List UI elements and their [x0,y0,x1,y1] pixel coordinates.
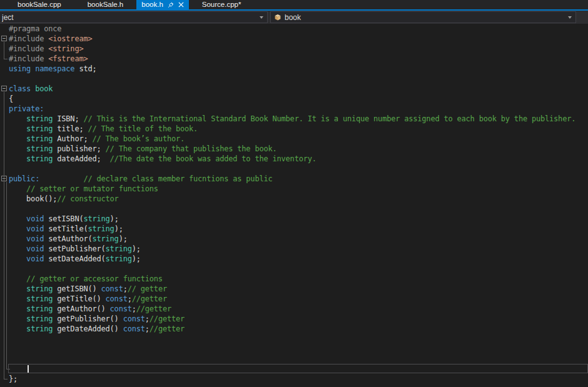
code-token: void [26,214,44,223]
code-token: // setter or mutator functions [26,184,158,193]
code-token: string [26,294,53,303]
code-line-18[interactable]: book();// constructor [0,194,588,204]
code-token: string [26,144,53,153]
code-line-33[interactable] [0,344,588,354]
tab-book-h[interactable]: book.h [136,0,189,9]
chevron-down-icon[interactable] [568,16,572,19]
code-line-25[interactable] [0,264,588,274]
code-token [9,114,26,123]
code-token [9,154,26,163]
code-line-27[interactable]: string getISBN() const;// getter [0,284,588,294]
code-token: // The title of the book. [88,124,198,133]
code-token: getDateAdded() [53,324,123,333]
tab-booksale-h[interactable]: bookSale.h [74,0,137,9]
fold-collapse-box[interactable]: − [1,86,7,91]
code-token: setPublisher( [44,244,105,253]
code-token: ); [114,224,123,233]
code-token: string [26,134,53,143]
code-token: string [26,114,53,123]
code-token: Author; [53,134,92,143]
tab-label: Source.cpp* [202,0,241,9]
code-line-8[interactable]: { [0,94,588,104]
code-line-31[interactable]: string getDateAdded() const;//getter [0,324,588,334]
code-token: // getter [128,284,167,293]
code-line-12[interactable]: string Author; // The book’s author. [0,134,588,144]
code-token [9,234,26,243]
code-line-13[interactable]: string publisher; // The company that pu… [0,144,588,154]
code-line-36[interactable]: }; [0,374,588,384]
code-token: setDateAdded( [44,254,105,263]
code-line-9[interactable]: private: [0,104,588,114]
code-token: setISBN( [44,214,83,223]
code-line-16[interactable]: public: // declare class member fucntion… [0,174,588,184]
tab-booksale-cpp[interactable]: bookSale.cpp [4,0,74,9]
code-token: ); [119,234,128,243]
code-token: ); [110,214,119,223]
code-line-32[interactable] [0,334,588,344]
code-token: const [123,314,145,323]
code-token: // This is the International Standard Bo… [83,114,575,123]
code-line-30[interactable]: string getPublisher() const;//getter [0,314,588,324]
fold-collapse-box[interactable]: − [1,36,7,41]
code-line-4[interactable]: #include <fstream> [0,54,588,64]
code-line-28[interactable]: string getTitle() const;//getter [0,294,588,304]
vs-editor-window: bookSale.cppbookSale.hbook.hSource.cpp* … [0,0,588,387]
code-line-1[interactable]: #pragma once [0,24,588,34]
code-token [9,214,26,223]
code-token: // declare class member fucntions as pub… [83,174,272,183]
code-line-11[interactable]: string title; // The title of the book. [0,124,588,134]
code-token: #include [9,54,48,63]
code-token: private: [9,104,44,113]
current-line-highlight [8,364,588,373]
code-line-5[interactable]: using namespace std; [0,64,588,74]
code-token: const [110,304,132,313]
close-icon[interactable] [178,2,184,8]
code-line-17[interactable]: // setter or mutator functions [0,184,588,194]
code-line-2[interactable]: #include <iostream>− [0,34,588,44]
code-token: // constructor [57,194,118,203]
code-token: <string> [48,44,83,53]
code-line-6[interactable] [0,74,588,84]
code-token: const [123,324,145,333]
code-token [9,284,26,293]
code-line-34[interactable] [0,354,588,364]
code-token: // getter or accessor functions [26,274,163,283]
code-token: string [106,244,132,253]
code-token: string [26,324,53,333]
code-line-21[interactable]: void setTitle(string); [0,224,588,234]
code-token: //getter [150,324,185,333]
code-token: }; [9,374,18,383]
code-token: ISBN; [53,114,83,123]
tab-source-cpp-[interactable]: Source.cpp* [189,0,255,9]
code-line-19[interactable] [0,204,588,214]
code-token: book(); [9,194,57,203]
code-token [9,124,26,133]
chevron-down-icon[interactable] [260,16,263,19]
document-tab-bar: bookSale.cppbookSale.hbook.hSource.cpp* [0,0,588,11]
code-line-7[interactable]: class book− [0,84,588,94]
code-token: //getter [132,294,167,303]
code-line-22[interactable]: void setAuthor(string); [0,234,588,244]
code-line-3[interactable]: #include <string> [0,44,588,54]
code-line-26[interactable]: // getter or accessor functions [0,274,588,284]
code-token: const [101,284,123,293]
fold-guide-tick [4,59,8,59]
code-token: //getter [150,314,185,323]
code-line-20[interactable]: void setISBN(string); [0,214,588,224]
code-line-29[interactable]: string getAuthor() const;//getter [0,304,588,314]
code-line-24[interactable]: void setDateAdded(string); [0,254,588,264]
code-token [9,254,26,263]
code-token [9,304,26,313]
code-token: std; [74,64,96,73]
project-dropdown[interactable]: ject [0,11,268,23]
code-line-14[interactable]: string dateAdded; //The date the book wa… [0,154,588,164]
code-area[interactable]: #pragma once#include <iostream>−#include… [0,24,588,387]
code-line-23[interactable]: void setPublisher(string); [0,244,588,254]
code-line-15[interactable] [0,164,588,174]
code-token: #include [9,44,48,53]
code-line-10[interactable]: string ISBN; // This is the Internationa… [0,114,588,124]
pin-icon[interactable] [168,2,174,8]
code-token: getAuthor() [53,304,109,313]
tab-label: bookSale.cpp [18,0,61,9]
type-dropdown[interactable]: book [270,11,576,23]
